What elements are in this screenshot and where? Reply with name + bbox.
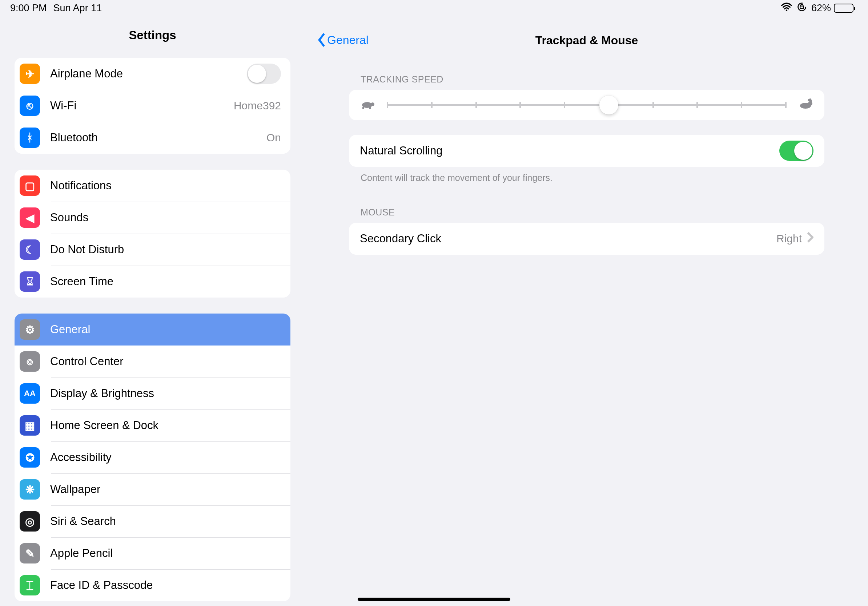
siri-icon: ◎	[20, 511, 40, 532]
chevron-right-icon	[807, 232, 814, 246]
tracking-card	[349, 90, 825, 120]
sidebar-item-general[interactable]: ⚙General	[14, 314, 290, 346]
sidebar-item-label: Home Screen & Dock	[50, 419, 158, 432]
home-icon: ▦	[20, 415, 40, 436]
sounds-icon: ◀︎	[20, 207, 40, 228]
sidebar-item-label: Do Not Disturb	[50, 243, 124, 256]
sidebar-item-wallpaper[interactable]: ❋Wallpaper	[14, 473, 290, 506]
pencil-icon: ✎	[20, 543, 40, 563]
sidebar-item-bluetooth[interactable]: ᚼBluetoothOn	[14, 122, 290, 154]
sidebar-item-wi-fi[interactable]: ⎋Wi-FiHome392	[14, 90, 290, 122]
display-icon: AA	[20, 383, 40, 403]
svg-point-0	[786, 9, 787, 11]
dnd-icon: ☾	[20, 240, 40, 260]
sidebar-item-control-center[interactable]: ⌾Control Center	[14, 346, 290, 377]
secondary-click-value: Right	[777, 232, 802, 245]
sidebar-item-airplane-mode[interactable]: ✈Airplane Mode	[14, 58, 290, 90]
sidebar-item-face-id-passcode[interactable]: ⌶Face ID & Passcode	[14, 569, 290, 601]
secondary-click-label: Secondary Click	[360, 232, 441, 245]
face-icon: ⌶	[20, 575, 40, 595]
sidebar-item-label: Bluetooth	[50, 131, 98, 144]
natural-scrolling-label: Natural Scrolling	[360, 144, 442, 157]
natural-scrolling-footer: Content will track the movement of your …	[349, 167, 825, 183]
notif-icon: ▢	[20, 175, 40, 196]
tracking-header: TRACKING SPEED	[349, 50, 825, 90]
wifi-icon	[781, 3, 792, 14]
sidebar-item-display-brightness[interactable]: AADisplay & Brightness	[14, 377, 290, 410]
sidebar-item-sounds[interactable]: ◀︎Sounds	[14, 202, 290, 233]
sidebar-item-label: Airplane Mode	[50, 67, 123, 80]
sidebar-item-label: Siri & Search	[50, 515, 116, 528]
sidebar-item-label: Wi-Fi	[50, 99, 76, 112]
airplane-icon: ✈	[20, 63, 40, 84]
mouse-header: MOUSE	[349, 183, 825, 223]
detail-pane: General Trackpad & Mouse TRACKING SPEED	[305, 0, 868, 606]
battery-icon	[834, 4, 854, 13]
sidebar-item-label: Accessibility	[50, 451, 112, 464]
sidebar-item-label: Display & Brightness	[50, 387, 154, 400]
svg-rect-4	[363, 107, 364, 109]
screen-icon: ⌛︎	[20, 271, 40, 292]
sidebar-item-home-screen-dock[interactable]: ▦Home Screen & Dock	[14, 410, 290, 441]
sidebar-item-apple-pencil[interactable]: ✎Apple Pencil	[14, 537, 290, 569]
mouse-card: Secondary Click Right	[349, 223, 825, 255]
wifi-icon: ⎋	[20, 96, 40, 116]
sidebar-scroll[interactable]: ✈Airplane Mode⎋Wi-FiHome392ᚼBluetoothOn▢…	[0, 51, 305, 606]
status-time: 9:00 PM	[10, 3, 47, 14]
sidebar-item-label: General	[50, 323, 90, 336]
wall-icon: ❋	[20, 479, 40, 499]
natural-scrolling-toggle[interactable]	[779, 141, 814, 161]
sidebar-item-accessibility[interactable]: ✪Accessibility	[14, 441, 290, 473]
turtle-icon	[361, 98, 376, 112]
svg-rect-5	[369, 107, 371, 109]
status-date: Sun Apr 11	[53, 3, 102, 14]
status-bar: 9:00 PM Sun Apr 11 62%	[0, 0, 868, 16]
svg-point-2	[362, 102, 372, 108]
rabbit-icon	[797, 98, 813, 112]
battery-pct: 62%	[811, 3, 831, 14]
sidebar-item-value: Home392	[234, 99, 281, 112]
sidebar-item-label: Notifications	[50, 179, 112, 192]
natural-scrolling-row[interactable]: Natural Scrolling	[349, 135, 825, 167]
sidebar-item-notifications[interactable]: ▢Notifications	[14, 170, 290, 202]
secondary-click-row[interactable]: Secondary Click Right	[349, 223, 825, 255]
control-icon: ⌾	[20, 351, 40, 372]
svg-point-3	[371, 102, 374, 106]
bt-icon: ᚼ	[20, 128, 40, 148]
sidebar-item-label: Wallpaper	[50, 483, 100, 496]
tracking-slider[interactable]	[387, 98, 787, 112]
sidebar-item-label: Sounds	[50, 211, 88, 224]
settings-sidebar: Settings ✈Airplane Mode⎋Wi-FiHome392ᚼBlu…	[0, 0, 305, 606]
sidebar-item-label: Face ID & Passcode	[50, 579, 153, 592]
detail-navbar: General Trackpad & Mouse	[305, 11, 868, 50]
sidebar-item-screen-time[interactable]: ⌛︎Screen Time	[14, 266, 290, 298]
sidebar-item-siri-search[interactable]: ◎Siri & Search	[14, 506, 290, 537]
sidebar-item-label: Screen Time	[50, 275, 113, 288]
sidebar-item-do-not-disturb[interactable]: ☾Do Not Disturb	[14, 233, 290, 266]
sidebar-item-value: On	[267, 131, 281, 144]
detail-title: Trackpad & Mouse	[305, 34, 868, 47]
natural-scrolling-card: Natural Scrolling	[349, 135, 825, 167]
home-indicator	[358, 598, 510, 601]
sidebar-item-label: Apple Pencil	[50, 547, 113, 560]
sidebar-item-toggle[interactable]	[247, 63, 281, 84]
sidebar-item-label: Control Center	[50, 355, 124, 368]
access-icon: ✪	[20, 447, 40, 468]
general-icon: ⚙	[20, 319, 40, 340]
orientation-lock-icon	[797, 2, 807, 14]
